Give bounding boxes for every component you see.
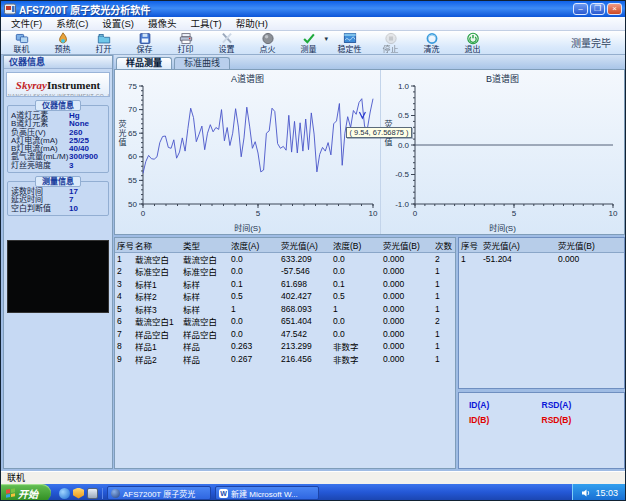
logo-subtitle: JIANGSU SKYRAY INSTRUMENT CO.,LTD bbox=[7, 93, 109, 97]
toolbar-button-folder[interactable]: 打开 bbox=[83, 31, 124, 54]
windows-flag-icon bbox=[6, 488, 15, 497]
toolbar-button-label: 测量 bbox=[301, 46, 317, 54]
x-tick-label: 0 bbox=[413, 209, 418, 218]
toolbar-button-monitor[interactable]: 联机 bbox=[1, 31, 42, 54]
menu-item[interactable]: 文件(F) bbox=[4, 17, 49, 30]
table-cell: 1 bbox=[433, 265, 456, 278]
results-table[interactable]: 序号名称类型浓度(A)荧光值(A)浓度(B)荧光值(B)次数1载流空白载流空白0… bbox=[115, 238, 456, 365]
tab-standard-curve[interactable]: 标准曲线 bbox=[174, 57, 230, 69]
table-cell: 0.267 bbox=[229, 353, 279, 366]
toolbar-button-floppy[interactable]: 保存 bbox=[124, 31, 165, 54]
menu-item[interactable]: 设置(S) bbox=[95, 17, 141, 30]
table-cell: 8 bbox=[115, 340, 133, 353]
toolbar-button-tools[interactable]: 设置 bbox=[206, 31, 247, 54]
y-tick-label: 55 bbox=[128, 176, 137, 185]
minimize-icon[interactable]: – bbox=[573, 3, 588, 15]
chart-b: -1.0-0.50.00.51.00510 B道谱图 时间(S) 荧光值 bbox=[380, 70, 624, 234]
floppy-icon bbox=[138, 32, 152, 45]
camera-view[interactable] bbox=[7, 240, 109, 313]
table-cell: 0.1 bbox=[229, 278, 279, 291]
column-header: 次数 bbox=[433, 238, 456, 253]
toolbar-button-check[interactable]: 测量▾ bbox=[288, 31, 329, 54]
menu-item[interactable]: 帮助(H) bbox=[229, 17, 275, 30]
taskbar-task-afs[interactable]: AFS7200T 原子荧光 bbox=[107, 486, 211, 500]
table-row[interactable]: 2标准空白标准空白0.0-57.5460.00.0001 bbox=[115, 265, 456, 278]
toolbar-button-label: 保存 bbox=[137, 46, 153, 54]
table-cell: 样品2 bbox=[133, 353, 181, 366]
toolbar-button-printer[interactable]: 打印 bbox=[165, 31, 206, 54]
dropdown-arrow-icon[interactable]: ▾ bbox=[324, 35, 328, 43]
power-icon bbox=[466, 32, 480, 45]
instrument-group-title: 仪器信息 bbox=[35, 100, 81, 111]
table-cell: 1 bbox=[433, 290, 456, 303]
table-row[interactable]: 9样品2样品0.267216.456非数字0.0001 bbox=[115, 353, 456, 366]
table-cell: 61.698 bbox=[279, 278, 331, 291]
maximize-icon[interactable]: ❐ bbox=[590, 3, 605, 15]
logo-brand-red: Skyray bbox=[16, 79, 47, 91]
speaker-icon[interactable] bbox=[581, 488, 591, 498]
table-cell: 载流空白 bbox=[181, 253, 229, 266]
toolbar-button-label: 打开 bbox=[96, 46, 112, 54]
table-cell: 载流空白 bbox=[133, 253, 181, 266]
menu-item[interactable]: 工具(T) bbox=[184, 17, 229, 30]
tools-icon bbox=[220, 32, 234, 45]
monitor-icon bbox=[15, 32, 29, 45]
taskbar-task-word[interactable]: W 新建 Microsoft W... bbox=[215, 486, 319, 500]
table-cell: 标样1 bbox=[133, 278, 181, 291]
table-cell: 1 bbox=[459, 253, 481, 266]
table-row[interactable]: 1-51.2040.000 bbox=[459, 253, 625, 266]
table-cell: 样品空白 bbox=[181, 328, 229, 341]
column-header: 荧光值(B) bbox=[556, 238, 625, 253]
start-label: 开始 bbox=[18, 486, 38, 501]
stop-icon bbox=[384, 32, 398, 45]
status-text: 联机 bbox=[7, 473, 25, 483]
toolbar-button-power[interactable]: 退出 bbox=[452, 31, 493, 54]
toolbar-button-stability[interactable]: 稳定性 bbox=[329, 31, 370, 54]
table-row[interactable]: 3标样1标样0.161.6980.10.0001 bbox=[115, 278, 456, 291]
chart-a-plot[interactable]: 5055606570750510 bbox=[115, 70, 380, 234]
instrument-info-group: 仪器信息 A道灯元素HgB道灯元素None负高压(V)260A灯电流(mA)25… bbox=[7, 100, 109, 173]
stats-panel: ID(A)RSD(A)ID(B)RSD(B) bbox=[458, 392, 625, 469]
table-row[interactable]: 7样品空白样品空白0.047.5420.00.0001 bbox=[115, 328, 456, 341]
toolbar-button-ignite[interactable]: 点火 bbox=[247, 31, 288, 54]
tab-sample-measure[interactable]: 样品测量 bbox=[116, 57, 172, 69]
toolbar-button-wash[interactable]: 清洗 bbox=[411, 31, 452, 54]
menu-item[interactable]: 摄像头 bbox=[141, 17, 184, 30]
messenger-icon[interactable] bbox=[73, 488, 84, 499]
table-cell: 2 bbox=[433, 253, 456, 266]
table-row[interactable]: 1载流空白载流空白0.0633.2090.00.0002 bbox=[115, 253, 456, 266]
column-header: 序号 bbox=[459, 238, 481, 253]
table-row[interactable]: 8样品1样品0.263213.299非数字0.0001 bbox=[115, 340, 456, 353]
tab-bar: 样品测量 标准曲线 bbox=[114, 55, 625, 69]
table-cell: 216.456 bbox=[279, 353, 331, 366]
table-cell: 4 bbox=[115, 290, 133, 303]
taskbar: 开始 AFS7200T 原子荧光 W 新建 Microsoft W... 15:… bbox=[1, 484, 625, 501]
x-tick-label: 0 bbox=[141, 209, 146, 218]
app-icon bbox=[4, 3, 16, 15]
column-header: 浓度(A) bbox=[229, 238, 279, 253]
table-cell: 标准空白 bbox=[181, 265, 229, 278]
close-icon[interactable]: × bbox=[607, 3, 622, 15]
start-button[interactable]: 开始 bbox=[1, 484, 51, 501]
info-value: 10 bbox=[69, 205, 78, 213]
toolbar-buttons: 联机预热打开保存打印设置点火测量▾稳定性停止清洗退出 bbox=[1, 31, 493, 54]
table-row[interactable]: 5标样3标样1868.09310.0001 bbox=[115, 303, 456, 316]
readings-table[interactable]: 序号荧光值(A)荧光值(B)1-51.2040.000 bbox=[459, 238, 625, 265]
column-header: 类型 bbox=[181, 238, 229, 253]
table-cell: 0.0 bbox=[331, 253, 381, 266]
chart-b-plot[interactable]: -1.0-0.50.00.51.00510 bbox=[381, 70, 625, 234]
table-cell: -51.204 bbox=[481, 253, 556, 266]
table-row[interactable]: 6载流空白1载流空白0.0651.4040.00.0002 bbox=[115, 315, 456, 328]
column-header: 浓度(B) bbox=[331, 238, 381, 253]
chart-a: 5055606570750510 A道谱图 时间(S) 荧光值 bbox=[115, 70, 380, 234]
table-header-row: 序号荧光值(A)荧光值(B) bbox=[459, 238, 625, 253]
table-row[interactable]: 4标样2标样0.5402.4270.50.0001 bbox=[115, 290, 456, 303]
browser-icon[interactable] bbox=[59, 488, 70, 499]
toolbar-button-flame[interactable]: 预热 bbox=[42, 31, 83, 54]
task-label: AFS7200T 原子荧光 bbox=[123, 488, 195, 499]
toolbar-button-label: 停止 bbox=[383, 46, 399, 54]
measure-row: 空白判断值10 bbox=[9, 205, 107, 213]
x-tick-label: 5 bbox=[512, 209, 517, 218]
desktop-icon[interactable] bbox=[87, 488, 98, 499]
menu-item[interactable]: 系统(C) bbox=[49, 17, 95, 30]
